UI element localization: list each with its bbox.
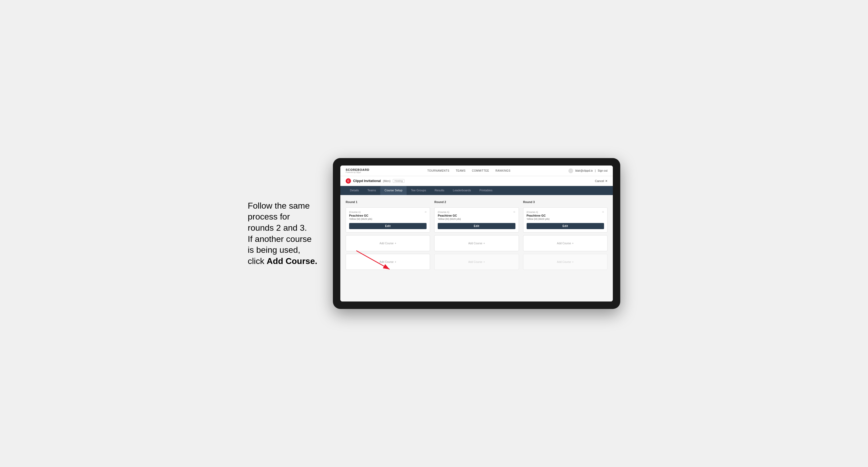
round-3-label: Round 3 [523,200,608,204]
round-3-delete-icon[interactable]: ○ [601,210,605,214]
plus-icon-1: + [395,242,396,245]
round-2-delete-icon[interactable]: ○ [512,210,517,214]
plus-icon-2: + [395,260,396,263]
tab-details[interactable]: Details [346,186,363,195]
nav-links: TOURNAMENTS TEAMS COMMITTEE RANKINGS [427,169,510,172]
tab-tee-groups[interactable]: Tee Groups [407,186,430,195]
round-2-course-card: ○ (Course A) Peachtree GC Yellow (M) (66… [434,207,519,232]
plus-icon-3: + [483,242,485,245]
sub-header: C Clippd Invitational (Men) Hosting Canc… [340,176,613,186]
instruction-line3: rounds 2 and 3. [248,223,307,232]
tournament-info: C Clippd Invitational (Men) Hosting [346,178,404,184]
round-1-column: Round 1 ○ (Course A) Peachtree GC Yellow… [346,200,430,270]
nav-tournaments[interactable]: TOURNAMENTS [427,169,450,172]
round-2-add-course-label-1: Add Course + [468,242,485,245]
instruction-line5: is being used, [248,245,300,255]
round-3-add-course-1[interactable]: Add Course + [523,235,608,251]
round-2-course-details: Yellow (M) (6629 yds) [438,218,515,220]
round-1-course-details: Yellow (M) (6629 yds) [349,218,427,220]
round-1-delete-icon[interactable]: ○ [423,210,428,214]
round-1-add-course-label-1: Add Course + [379,242,396,245]
close-icon: ✕ [605,179,608,183]
tab-results[interactable]: Results [430,186,448,195]
hosting-badge: Hosting [393,179,405,183]
nav-separator: | [595,169,596,172]
round-3-course-card: ○ (Course A) Peachtree GC Yellow (M) (66… [523,207,608,232]
sign-out-link[interactable]: Sign out [598,169,608,172]
nav-teams[interactable]: TEAMS [456,169,466,172]
round-2-add-course-label-2: Add Course + [468,260,485,263]
instruction-line6-prefix: click [248,256,267,266]
clippd-icon: C [346,178,351,184]
main-content: Round 1 ○ (Course A) Peachtree GC Yellow… [340,195,613,302]
round-3-edit-button[interactable]: Edit [527,223,604,229]
round-1-course-badge: (Course A) [349,211,427,213]
round-2-course-badge: (Course A) [438,211,515,213]
tab-printables[interactable]: Printables [475,186,497,195]
round-1-add-course-2[interactable]: Add Course + [346,254,430,270]
round-3-add-course-label-1: Add Course + [557,242,574,245]
logo-area: SCOREBOARD Powered by clippd [346,168,369,173]
tournament-gender: (Men) [383,179,391,183]
round-1-label: Round 1 [346,200,430,204]
round-1-course-name: Peachtree GC [349,214,427,217]
user-email: blair@clippd.io [575,169,593,172]
instruction-line1: Follow the same [248,201,310,211]
round-3-add-course-2: Add Course + [523,254,608,270]
plus-icon-6: + [572,260,574,263]
tab-teams[interactable]: Teams [363,186,380,195]
page-wrapper: Follow the same process for rounds 2 and… [248,158,620,309]
tablet-screen: SCOREBOARD Powered by clippd TOURNAMENTS… [340,165,613,302]
rounds-grid: Round 1 ○ (Course A) Peachtree GC Yellow… [346,200,608,270]
round-3-add-course-label-2: Add Course + [557,260,574,263]
tab-leaderboards[interactable]: Leaderboards [448,186,475,195]
round-2-add-course-2: Add Course + [434,254,519,270]
powered-by: Powered by clippd [346,172,369,173]
plus-icon-4: + [483,260,485,263]
nav-rankings[interactable]: RANKINGS [495,169,510,172]
round-3-course-name: Peachtree GC [527,214,604,217]
round-2-edit-button[interactable]: Edit [438,223,515,229]
instruction-line6-bold: Add Course. [267,256,317,266]
tab-course-setup[interactable]: Course Setup [380,186,407,195]
scoreboard-title: SCOREBOARD [346,168,369,172]
instruction-text: Follow the same process for rounds 2 and… [248,200,322,267]
round-2-label: Round 2 [434,200,519,204]
round-1-course-card: ○ (Course A) Peachtree GC Yellow (M) (66… [346,207,430,232]
round-1-edit-button[interactable]: Edit [349,223,427,229]
round-2-course-name: Peachtree GC [438,214,515,217]
cancel-button[interactable]: Cancel ✕ [595,179,608,183]
user-avatar [568,168,573,173]
round-3-column: Round 3 ○ (Course A) Peachtree GC Yellow… [523,200,608,270]
nav-committee[interactable]: COMMITTEE [472,169,489,172]
nav-right: blair@clippd.io | Sign out [568,168,608,173]
round-3-course-details: Yellow (M) (6629 yds) [527,218,604,220]
cancel-label: Cancel [595,179,604,183]
round-2-column: Round 2 ○ (Course A) Peachtree GC Yellow… [434,200,519,270]
plus-icon-5: + [572,242,574,245]
tablet-frame: SCOREBOARD Powered by clippd TOURNAMENTS… [333,158,620,309]
round-3-course-badge: (Course A) [527,211,604,213]
round-1-add-course-label-2: Add Course + [379,260,396,263]
instruction-line2: process for [248,212,290,221]
tournament-name: Clippd Invitational [353,179,381,183]
top-nav: SCOREBOARD Powered by clippd TOURNAMENTS… [340,165,613,176]
round-1-add-course-1[interactable]: Add Course + [346,235,430,251]
instruction-line4: If another course [248,234,312,244]
scoreboard-logo: SCOREBOARD Powered by clippd [346,168,369,173]
tab-bar: Details Teams Course Setup Tee Groups Re… [340,186,613,195]
round-2-add-course-1[interactable]: Add Course + [434,235,519,251]
